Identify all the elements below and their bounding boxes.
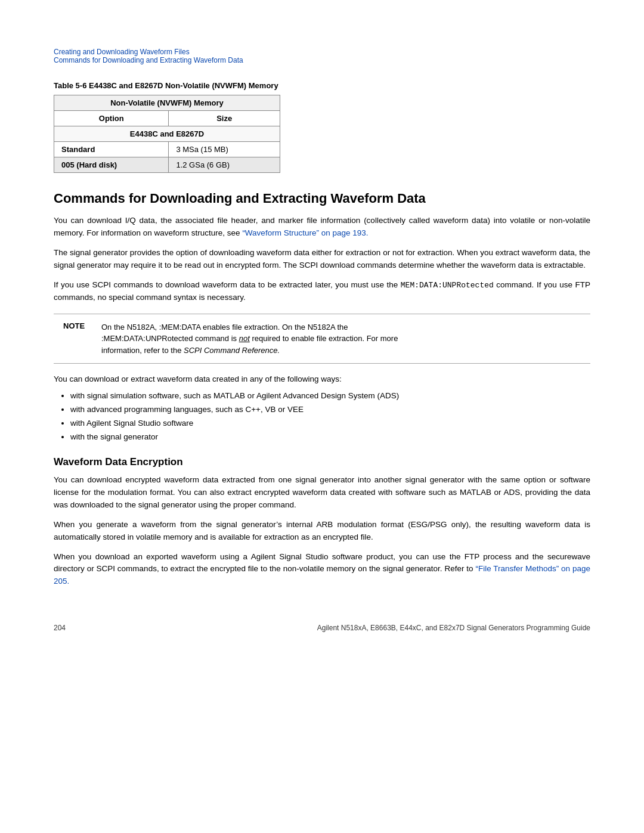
breadcrumb-link-2[interactable]: Commands for Downloading and Extracting … xyxy=(54,56,590,64)
table-row: 005 (Hard disk) 1.2 GSa (6 GB) xyxy=(54,157,280,173)
table-header-row: Non-Volatile (NVWFM) Memory xyxy=(54,95,280,111)
table-main-header: Non-Volatile (NVWFM) Memory xyxy=(54,95,280,111)
bullet-section: You can download or extract waveform dat… xyxy=(54,373,590,444)
list-item: with the signal generator xyxy=(70,431,590,444)
subsection-heading: Waveform Data Encryption xyxy=(54,456,590,468)
table-device-row: E4438C and E8267D xyxy=(54,126,280,142)
note-line2-suffix: required to enable file extraction. For … xyxy=(252,334,398,343)
table-row: Standard 3 MSa (15 MB) xyxy=(54,142,280,157)
bullet-list: with signal simulation software, such as… xyxy=(70,389,590,444)
list-item: with signal simulation software, such as… xyxy=(70,389,590,403)
nvwfm-table: Non-Volatile (NVWFM) Memory Option Size … xyxy=(54,95,280,173)
list-item: with Agilent Signal Studio software xyxy=(70,417,590,431)
note-label: NOTE xyxy=(63,321,92,357)
col-header-size: Size xyxy=(169,111,280,126)
paragraph-2: The signal generator provides the option… xyxy=(54,247,590,272)
guide-title: Agilent N518xA, E8663B, E44xC, and E82x7… xyxy=(317,624,590,632)
breadcrumb-link-1[interactable]: Creating and Downloading Waveform Files xyxy=(54,48,590,56)
sub-paragraph-3: When you download an exported waveform u… xyxy=(54,551,590,589)
note-italic: SCPI Command Reference. xyxy=(184,346,280,355)
para1-link[interactable]: “Waveform Structure” on page 193. xyxy=(242,228,368,237)
paragraph-3: If you use SCPI commands to download wav… xyxy=(54,279,590,304)
col-header-option: Option xyxy=(54,111,169,126)
note-not: not xyxy=(239,334,250,343)
table-cell-size-0: 3 MSa (15 MB) xyxy=(169,142,280,157)
list-item: with advanced programming languages, suc… xyxy=(70,403,590,417)
table-cell-option-1: 005 (Hard disk) xyxy=(54,157,169,173)
sub-paragraph-2: When you generate a waveform from the si… xyxy=(54,519,590,544)
note-line3: information, refer to the xyxy=(101,346,181,355)
note-box: NOTE On the N5182A, :MEM:DATA enables fi… xyxy=(54,314,590,364)
table-cell-size-1: 1.2 GSa (6 GB) xyxy=(169,157,280,173)
para3-mono: MEM:DATA:UNPRotected xyxy=(401,281,494,290)
sub-paragraph-1: You can download encrypted waveform data… xyxy=(54,474,590,512)
section-heading: Commands for Downloading and Extracting … xyxy=(54,191,590,206)
page-number: 204 xyxy=(54,624,66,632)
para3-prefix: If you use SCPI commands to download wav… xyxy=(54,280,398,289)
page-footer: 204 Agilent N518xA, E8663B, E44xC, and E… xyxy=(54,624,590,632)
table-device-cell: E4438C and E8267D xyxy=(54,126,280,142)
note-content: On the N5182A, :MEM:DATA enables file ex… xyxy=(101,321,398,357)
note-line1: On the N5182A, :MEM:DATA enables file ex… xyxy=(101,323,348,332)
paragraph-1: You can download I/Q data, the associate… xyxy=(54,215,590,240)
table-col-headers: Option Size xyxy=(54,111,280,126)
table-caption: Table 5-6 E4438C and E8267D Non-Volatile… xyxy=(54,81,590,90)
table-cell-option-0: Standard xyxy=(54,142,169,157)
table-section: Table 5-6 E4438C and E8267D Non-Volatile… xyxy=(54,81,590,173)
note-line2-prefix: :MEM:DATA:UNPRotected command is xyxy=(101,334,237,343)
paragraph-4: You can download or extract waveform dat… xyxy=(54,373,590,386)
breadcrumb: Creating and Downloading Waveform Files … xyxy=(54,48,590,64)
